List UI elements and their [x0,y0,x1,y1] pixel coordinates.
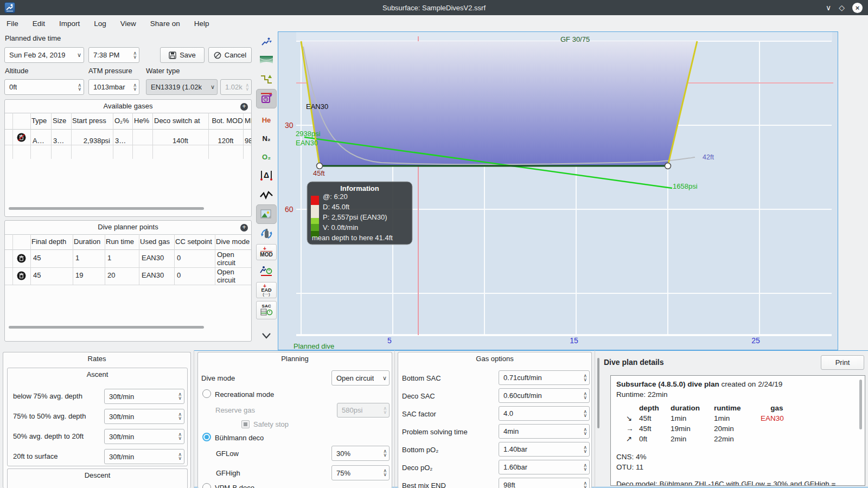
spinner-arrows-icon[interactable] [581,428,587,435]
spinner-arrows-icon[interactable] [381,469,387,477]
toolbar-deco-time-button[interactable] [256,263,277,279]
dive-date-combobox[interactable]: Sun Feb 24, 2019 [4,47,84,63]
spinner-arrows-icon[interactable] [131,84,137,91]
gas-type-cell[interactable]: A… [33,137,51,145]
gas-press-cell[interactable]: 2,938psi [72,137,110,145]
point-gas-cell[interactable]: EAN30 [142,254,172,262]
toolbar-ead-button[interactable]: + EAD (···) [256,282,277,298]
spinner-arrows-icon[interactable] [176,393,182,400]
deco-sac-spinbox[interactable]: 0.60cuft/min [499,388,590,403]
menu-log[interactable]: Log [94,20,106,28]
toolbar-scroll-down-button[interactable] [256,328,277,344]
toolbar-sac-button[interactable]: SAC [256,301,277,319]
point-duration-cell[interactable]: 1 [75,254,103,262]
plan-text-vscrollbar[interactable] [859,380,862,429]
chevron-down-icon[interactable] [208,84,215,91]
point-duration-cell[interactable]: 19 [75,271,103,279]
menu-import[interactable]: Import [59,20,80,28]
spinner-arrows-icon[interactable] [581,410,587,418]
bottom-po2-spinbox[interactable]: 1.40bar [499,442,590,457]
point-setpoint-cell[interactable]: 0 [177,254,213,262]
spinner-arrows-icon[interactable] [581,374,587,382]
dive-profile-chart[interactable]: GF 30/75 30 60 5 15 25 EAN30 2938psi EAN… [278,31,838,350]
chevron-down-icon[interactable] [75,52,81,59]
bottom-sac-spinbox[interactable]: 0.71cuft/min [499,370,590,385]
menu-edit[interactable]: Edit [33,20,45,28]
toolbar-calc-ceiling-button[interactable] [256,71,277,87]
spinner-arrows-icon[interactable] [75,84,81,91]
toolbar-ruler-button[interactable]: Δ [256,167,277,183]
print-button[interactable]: Print [821,355,864,370]
dive-mode-combobox[interactable]: Open circuit [331,370,390,386]
delete-gas-button[interactable] [17,133,26,144]
toolbar-tankbar-button[interactable] [256,226,277,242]
close-icon[interactable]: × [852,3,863,13]
water-type-combobox[interactable]: EN13319 (1.02k [146,79,218,95]
spinner-arrows-icon[interactable] [176,433,182,440]
spinner-arrows-icon[interactable] [581,481,587,488]
menu-share-on[interactable]: Share on [150,20,180,28]
gas-deco-cell[interactable]: 140ft [154,137,207,145]
rate-spinbox-1[interactable]: 30ft/min [104,389,184,404]
spinner-arrows-icon[interactable] [581,446,587,453]
gas-mod-cell[interactable]: 120ft [210,137,241,145]
point-setpoint-cell[interactable]: 0 [177,271,213,279]
toolbar-heartrate-button[interactable] [256,187,277,203]
atm-pressure-spinbox[interactable]: 1013mbar [88,79,139,95]
save-button[interactable]: Save [160,47,205,63]
gas-size-cell[interactable]: 3… [53,137,70,145]
best-mix-end-spinbox[interactable]: 98ft [499,478,590,488]
altitude-spinbox[interactable]: 0ft [4,79,84,95]
gas-mnd-cell[interactable]: 98ft [245,137,252,145]
add-gas-button[interactable] [240,103,248,111]
spinner-arrows-icon[interactable] [581,392,587,400]
spinner-arrows-icon[interactable] [131,52,137,59]
spinner-arrows-icon[interactable] [381,450,387,457]
gases-hscrollbar[interactable] [9,207,204,210]
toolbar-phe-button[interactable]: He [256,112,277,128]
rate-spinbox-3[interactable]: 30ft/min [104,429,184,444]
add-point-button[interactable] [240,224,248,232]
point-gas-cell[interactable]: EAN30 [142,271,172,279]
spinner-arrows-icon[interactable] [581,464,587,471]
dive-plan-text[interactable]: Subsurface (4.8.5.0) dive plan created o… [610,375,865,486]
deco-po2-spinbox[interactable]: 1.60bar [499,460,590,474]
toolbar-po2-button[interactable]: O₂ [256,149,277,165]
spinner-arrows-icon[interactable] [176,413,182,420]
waypoint-handle[interactable] [665,163,671,169]
menu-help[interactable]: Help [194,20,209,28]
cancel-button[interactable]: Cancel [208,47,252,63]
rate-spinbox-2[interactable]: 30ft/min [104,409,184,424]
waypoint-handle[interactable] [317,163,323,169]
points-hscrollbar[interactable] [9,326,204,329]
maximize-icon[interactable]: ◇ [839,3,845,12]
gas-o2-cell[interactable]: 3… [115,137,131,145]
menu-file[interactable]: File [7,20,18,28]
point-depth-cell[interactable]: 45 [33,254,71,262]
vpmb-deco-radio[interactable] [202,483,211,488]
gfhigh-spinbox[interactable]: 75% [331,465,390,480]
buhlmann-deco-radio[interactable] [202,433,211,441]
gflow-spinbox[interactable]: 30% [331,446,390,461]
toolbar-mod-button[interactable]: + MOD [256,244,277,260]
details-vscrollbar[interactable] [597,358,599,428]
point-mode-cell[interactable]: Open circuit [217,268,252,284]
dive-time-spinbox[interactable]: 7:38 PM [88,47,139,63]
delete-point-button[interactable] [17,271,26,282]
problem-time-spinbox[interactable]: 4min [499,424,590,439]
rate-spinbox-4[interactable]: 30ft/min [104,449,184,464]
point-runtime-cell[interactable]: 1 [107,254,137,262]
spinner-arrows-icon[interactable] [176,453,182,460]
toolbar-pn2-button[interactable]: N₂ [256,130,277,146]
menu-view[interactable]: View [120,20,136,28]
delete-point-button[interactable] [17,254,26,265]
toolbar-photos-button[interactable] [256,204,277,224]
toolbar-profile-button[interactable] [256,34,277,50]
point-mode-cell[interactable]: Open circuit [217,251,252,267]
recreational-mode-radio[interactable] [202,389,211,398]
chevron-down-icon[interactable] [380,375,387,382]
sac-factor-spinbox[interactable]: 4.0 [499,406,590,421]
point-runtime-cell[interactable]: 20 [107,271,137,279]
toolbar-setpoint-button[interactable] [256,89,277,108]
point-depth-cell[interactable]: 45 [33,271,71,279]
